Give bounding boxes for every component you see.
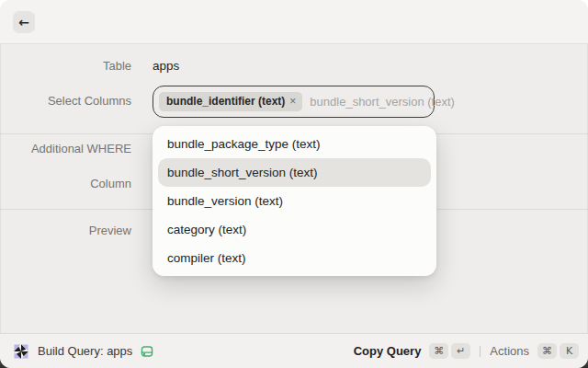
database-drive-icon	[141, 345, 153, 358]
selected-column-tag[interactable]: bundle_identifier (text) ×	[159, 92, 302, 111]
actions-label: Actions	[490, 344, 529, 358]
table-field-value[interactable]: apps	[153, 59, 179, 74]
select-columns-field-label: Select Columns	[0, 94, 131, 109]
cmd-key-icon: ⌘	[429, 343, 448, 359]
raycast-window: ← Table apps Select Columns bundle_ident…	[0, 0, 588, 368]
return-key-icon: ↵	[451, 343, 470, 359]
dropdown-item-compiler[interactable]: compiler (text)	[158, 244, 431, 272]
footer-group-divider	[480, 346, 481, 357]
remove-tag-icon[interactable]: ×	[289, 96, 296, 107]
k-key-icon: K	[560, 343, 579, 359]
back-button[interactable]: ←	[13, 11, 35, 33]
actions-button[interactable]: Actions ⌘ K	[490, 343, 579, 359]
preview-field-label: Preview	[0, 224, 131, 238]
dropdown-item-category[interactable]: category (text)	[158, 215, 431, 244]
copy-query-label: Copy Query	[354, 344, 422, 358]
header-bar: ←	[0, 0, 588, 44]
dropdown-item-bundle-package-type[interactable]: bundle_package_type (text)	[158, 130, 431, 158]
select-columns-input[interactable]: bundle_identifier (text) × bundle_short_…	[153, 86, 435, 118]
cmd-key-icon: ⌘	[537, 343, 557, 359]
copy-query-button[interactable]: Copy Query ⌘ ↵	[354, 343, 471, 359]
table-field-label: Table	[0, 59, 131, 74]
additional-where-field-label: Additional WHERE	[0, 142, 131, 156]
dropdown-item-bundle-version[interactable]: bundle_version (text)	[158, 187, 431, 215]
column-suggestions-dropdown: bundle_package_type (text) bundle_short_…	[153, 126, 436, 276]
column-search-placeholder: bundle_short_version (text)	[310, 95, 455, 109]
column-field-label: Column	[0, 177, 131, 191]
selected-column-tag-label: bundle_identifier (text)	[166, 95, 285, 108]
extension-pinwheel-icon	[13, 343, 29, 360]
footer-action-bar: Build Query: apps Copy Query ⌘ ↵ Actions…	[0, 333, 588, 368]
dropdown-item-bundle-short-version[interactable]: bundle_short_version (text)	[158, 158, 431, 187]
status-text: Build Query: apps	[38, 344, 132, 358]
